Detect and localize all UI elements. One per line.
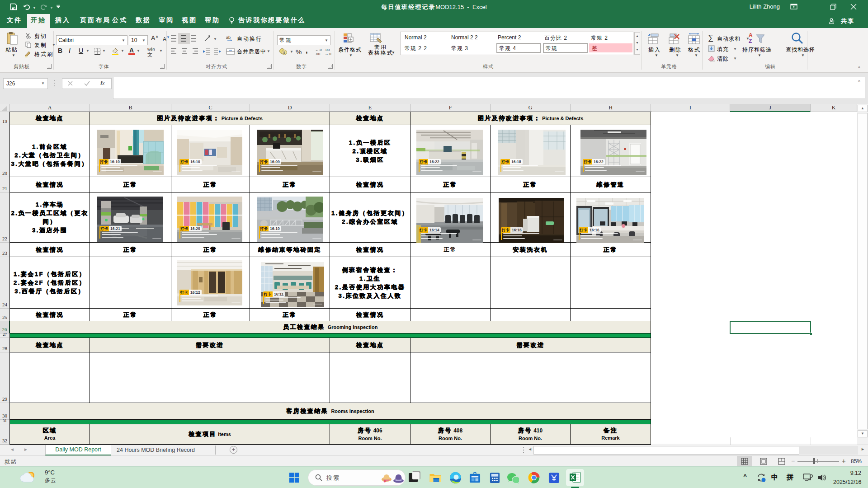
svg-text:$: $	[283, 51, 286, 55]
svg-text:ab: ab	[226, 35, 231, 40]
